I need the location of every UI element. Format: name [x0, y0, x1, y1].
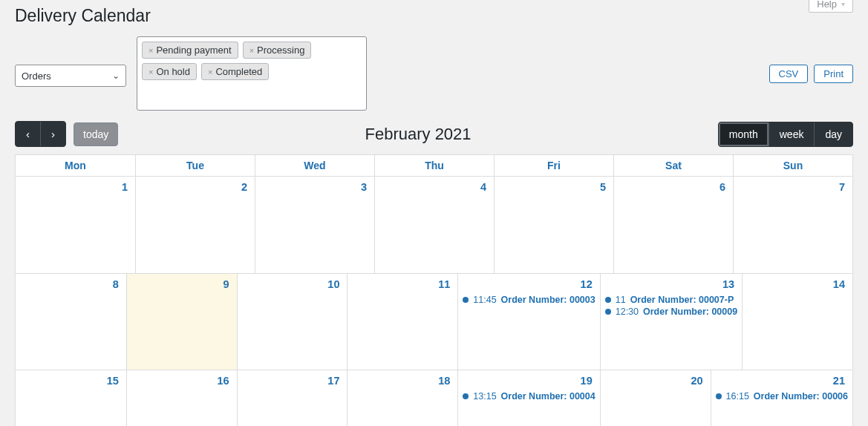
- calendar-week: 8910111211:45Order Number: 000031311Orde…: [16, 273, 852, 370]
- status-tag[interactable]: ×Pending payment: [142, 42, 238, 59]
- print-button[interactable]: Print: [814, 65, 853, 83]
- event-title: Order Number: 00009: [643, 307, 737, 317]
- day-number: 11: [352, 277, 453, 295]
- day-number: 10: [242, 277, 343, 295]
- status-tag-label: Processing: [257, 45, 304, 56]
- day-cell[interactable]: 3: [255, 177, 374, 273]
- view-month-button[interactable]: month: [719, 122, 769, 146]
- status-filter-box[interactable]: ×Pending payment×Processing×On hold×Comp…: [137, 36, 367, 111]
- event-dot-icon: [605, 309, 611, 315]
- prev-button[interactable]: ‹: [16, 122, 40, 146]
- close-icon[interactable]: ×: [249, 46, 254, 55]
- day-cell[interactable]: 1211:45Order Number: 00003: [457, 273, 599, 370]
- page-title: Delivery Calendar: [15, 6, 151, 26]
- event-title: Order Number: 00003: [501, 295, 595, 305]
- day-number: 3: [260, 180, 370, 197]
- calendar: MonTueWedThuFriSatSun 12345678910111211:…: [15, 154, 853, 426]
- day-header: Tue: [135, 155, 255, 177]
- day-cell[interactable]: 10: [237, 273, 347, 370]
- day-number: 6: [619, 180, 728, 197]
- status-tag-label: On hold: [156, 66, 190, 77]
- status-tag[interactable]: ×Completed: [201, 63, 269, 80]
- calendar-week: 1234567: [16, 177, 852, 273]
- day-number: 7: [738, 180, 848, 197]
- day-cell[interactable]: 7: [733, 177, 852, 273]
- event-time: 16:15: [726, 391, 749, 402]
- today-button[interactable]: today: [74, 122, 118, 146]
- view-switcher: month week day: [718, 122, 853, 147]
- day-header: Wed: [255, 155, 374, 177]
- day-number: 4: [379, 180, 489, 197]
- day-cell[interactable]: 1311Order Number: 00007-P12:30Order Numb…: [600, 273, 742, 370]
- day-cell[interactable]: 14: [742, 273, 852, 370]
- event-time: 12:30: [616, 307, 639, 317]
- day-number: 9: [131, 277, 232, 295]
- day-cell[interactable]: 2: [135, 177, 255, 273]
- event-time: 13:15: [473, 391, 496, 402]
- day-header: Thu: [374, 155, 494, 177]
- day-cell[interactable]: 18: [347, 370, 457, 426]
- next-button[interactable]: ›: [40, 122, 65, 146]
- day-cell[interactable]: 5: [494, 177, 613, 273]
- day-cell[interactable]: 6: [613, 177, 733, 273]
- chevron-left-icon: ‹: [26, 128, 30, 140]
- day-cell[interactable]: 20: [600, 370, 711, 426]
- orders-select[interactable]: Orders ⌄: [15, 65, 126, 87]
- event-title: Order Number: 00004: [501, 391, 595, 402]
- day-cell[interactable]: 9: [126, 273, 237, 370]
- day-number: 12: [463, 277, 595, 295]
- view-day-button[interactable]: day: [814, 122, 852, 146]
- orders-select-value: Orders: [22, 71, 51, 82]
- day-cell[interactable]: 11: [347, 273, 457, 370]
- help-button[interactable]: Help ▾: [809, 0, 853, 13]
- calendar-event[interactable]: 11Order Number: 00007-P: [605, 295, 737, 305]
- day-events: 11:45Order Number: 00003: [463, 295, 595, 305]
- calendar-event[interactable]: 16:15Order Number: 00006: [716, 391, 848, 402]
- event-dot-icon: [463, 393, 469, 399]
- calendar-event[interactable]: 12:30Order Number: 00009: [605, 307, 737, 317]
- day-cell[interactable]: 1: [16, 177, 135, 273]
- day-header: Sat: [613, 155, 733, 177]
- day-cell[interactable]: 2116:15Order Number: 00006: [711, 370, 852, 426]
- day-cell[interactable]: 1913:15Order Number: 00004: [457, 370, 599, 426]
- status-tag-label: Pending payment: [156, 45, 231, 56]
- day-number: 13: [605, 277, 737, 295]
- status-tag-label: Completed: [215, 66, 262, 77]
- close-icon[interactable]: ×: [208, 68, 212, 76]
- calendar-body: 12345678910111211:45Order Number: 000031…: [16, 177, 852, 426]
- calendar-header-row: MonTueWedThuFriSatSun: [16, 155, 852, 177]
- day-cell[interactable]: 4: [374, 177, 494, 273]
- day-number: 8: [20, 277, 122, 295]
- view-week-button[interactable]: week: [769, 122, 815, 146]
- event-time: 11:45: [473, 295, 496, 305]
- day-events: 11Order Number: 00007-P12:30Order Number…: [605, 295, 737, 317]
- event-dot-icon: [463, 297, 469, 303]
- day-events: 13:15Order Number: 00004: [463, 391, 595, 402]
- day-header: Sun: [733, 155, 852, 177]
- event-dot-icon: [716, 393, 722, 399]
- day-number: 15: [20, 373, 122, 391]
- close-icon[interactable]: ×: [149, 68, 153, 76]
- calendar-week: 151617181913:15Order Number: 00004202116…: [16, 370, 852, 426]
- calendar-event[interactable]: 11:45Order Number: 00003: [463, 295, 595, 305]
- day-number: 1: [20, 180, 131, 197]
- help-label: Help: [817, 0, 837, 10]
- chevron-right-icon: ›: [51, 128, 55, 140]
- day-number: 14: [747, 277, 848, 295]
- day-cell[interactable]: 16: [126, 370, 237, 426]
- event-time: 11: [616, 295, 626, 305]
- status-tag[interactable]: ×On hold: [142, 63, 197, 80]
- csv-button[interactable]: CSV: [769, 65, 809, 83]
- day-number: 19: [463, 373, 595, 391]
- status-tag[interactable]: ×Processing: [243, 42, 312, 59]
- day-cell[interactable]: 15: [16, 370, 126, 426]
- close-icon[interactable]: ×: [149, 46, 153, 55]
- day-number: 2: [140, 180, 250, 197]
- day-number: 20: [605, 373, 706, 391]
- day-cell[interactable]: 8: [16, 273, 126, 370]
- calendar-event[interactable]: 13:15Order Number: 00004: [463, 391, 595, 402]
- day-number: 16: [131, 373, 232, 391]
- chevron-down-icon: ⌄: [112, 71, 120, 81]
- day-cell[interactable]: 17: [237, 370, 347, 426]
- day-number: 21: [716, 373, 848, 391]
